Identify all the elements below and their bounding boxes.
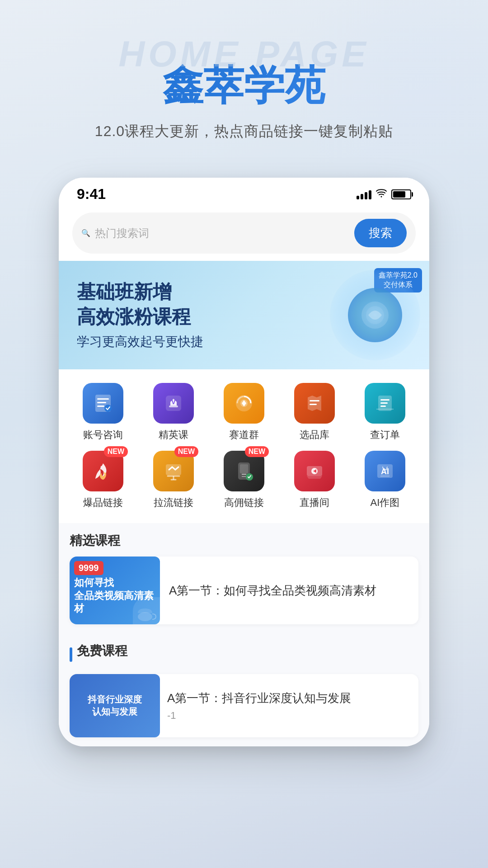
svg-rect-19 <box>166 464 181 475</box>
svg-rect-6 <box>97 406 104 407</box>
phone-mockup: 9:41 🔍 热门搜索词 <box>59 178 429 746</box>
banner-subtitle: 学习更高效起号更快捷 <box>77 333 203 350</box>
svg-text:AI: AI <box>381 467 389 476</box>
svg-rect-17 <box>380 402 388 404</box>
pull-label: 拉流链接 <box>154 496 193 509</box>
featured-section: 精选课程 9999 如何寻找全品类视频高清素材 A第一节：如何寻找全品类视频高清… <box>59 523 429 633</box>
order-label: 查订单 <box>370 428 400 442</box>
hot-label: 爆品链接 <box>83 496 123 509</box>
free-course-card[interactable]: 抖音行业深度认知与发展 A第一节：抖音行业深度认知与发展 -1 <box>70 674 418 737</box>
account-icon <box>83 383 123 424</box>
search-placeholder-text: 热门搜索词 <box>95 226 149 241</box>
header-section: HOME PAGE 鑫萃学苑 12.0课程大更新，热点商品链接一键复制粘贴 <box>0 0 488 160</box>
banner-title-1: 基础班新增 <box>77 280 203 305</box>
menu-item-high[interactable]: NEW 高佣链接 <box>209 451 279 509</box>
menu-item-pull[interactable]: NEW 拉流链接 <box>138 451 209 509</box>
course-thumbnail: 9999 如何寻找全品类视频高清素材 <box>70 557 160 624</box>
new-badge-pull: NEW <box>174 446 198 457</box>
menu-grid: 账号咨询 V 精英课 <box>68 383 420 509</box>
svg-point-0 <box>381 196 382 197</box>
menu-item-live[interactable]: 直播间 <box>279 451 350 509</box>
free-course-info: A第一节：抖音行业深度认知与发展 -1 <box>167 683 418 729</box>
title-accent <box>70 647 72 662</box>
free-section: 免费课程 抖音行业深度认知与发展 A第一节：抖音行业深度认知与发展 -1 <box>59 633 429 746</box>
svg-rect-14 <box>310 404 317 405</box>
menu-item-account[interactable]: 账号咨询 <box>68 383 138 442</box>
phone-frame: 9:41 🔍 热门搜索词 <box>59 178 429 746</box>
banner-decoration <box>330 270 420 360</box>
menu-item-select[interactable]: 选品库 <box>279 383 350 442</box>
banner-title-2: 高效涨粉课程 <box>77 305 203 330</box>
select-label: 选品库 <box>300 428 329 442</box>
status-bar: 9:41 <box>59 178 429 207</box>
free-course-num: -1 <box>167 710 411 722</box>
svg-rect-4 <box>97 398 109 400</box>
free-course-title: A第一节：抖音行业深度认知与发展 <box>167 690 411 706</box>
high-label: 高佣链接 <box>224 496 264 509</box>
battery-icon <box>391 189 411 199</box>
race-label: 赛道群 <box>229 428 259 442</box>
search-icon: 🔍 <box>81 229 90 237</box>
menu-item-hot[interactable]: NEW 爆品链接 <box>68 451 138 509</box>
free-thumb-text: 抖音行业深度认知与发展 <box>83 689 146 722</box>
status-time: 9:41 <box>77 186 106 203</box>
status-icons <box>357 189 411 200</box>
account-label: 账号咨询 <box>83 428 123 442</box>
race-icon <box>224 383 264 424</box>
svg-rect-16 <box>380 399 389 401</box>
course-title: A第一节：如何寻找全品类视频高清素材 <box>169 582 411 599</box>
course-info: A第一节：如何寻找全品类视频高清素材 <box>169 575 418 606</box>
featured-course-card[interactable]: 9999 如何寻找全品类视频高清素材 A第一节：如何寻找全品类视频高清素材 <box>70 557 418 624</box>
new-badge-high: NEW <box>245 446 269 457</box>
elite-icon: V <box>153 383 194 424</box>
free-course-thumbnail: 抖音行业深度认知与发展 <box>70 674 160 737</box>
ai-icon: AI <box>365 451 405 491</box>
free-title-bar: 免费课程 <box>70 642 418 667</box>
signal-icon <box>357 189 371 199</box>
svg-rect-18 <box>380 406 386 407</box>
menu-item-elite[interactable]: V 精英课 <box>138 383 209 442</box>
live-label: 直播间 <box>300 496 329 509</box>
course-price: 9999 <box>74 561 103 575</box>
svg-rect-21 <box>240 464 248 473</box>
svg-rect-13 <box>310 400 319 401</box>
svg-text:V: V <box>171 398 176 406</box>
search-section: 🔍 热门搜索词 搜索 <box>59 207 429 261</box>
high-icon: NEW <box>224 451 264 491</box>
search-bar[interactable]: 🔍 热门搜索词 搜索 <box>72 212 416 254</box>
featured-title: 精选课程 <box>70 532 418 549</box>
banner-text: 基础班新增 高效涨粉课程 学习更高效起号更快捷 <box>77 280 203 350</box>
ai-label: AI作图 <box>371 496 400 509</box>
order-icon <box>365 383 405 424</box>
wifi-icon <box>376 189 387 200</box>
menu-item-race[interactable]: 赛道群 <box>209 383 279 442</box>
svg-rect-9 <box>169 406 178 407</box>
menu-item-order[interactable]: 查订单 <box>350 383 420 442</box>
banner[interactable]: 基础班新增 高效涨粉课程 学习更高效起号更快捷 鑫萃学苑2.0交付体系 <box>59 261 429 369</box>
subtitle-text: 12.0课程大更新，热点商品链接一键复制粘贴 <box>27 122 461 142</box>
svg-point-7 <box>104 405 112 412</box>
new-badge-hot: NEW <box>104 446 128 457</box>
free-title: 免费课程 <box>77 642 127 660</box>
search-button[interactable]: 搜索 <box>354 219 407 247</box>
elite-label: 精英课 <box>159 428 188 442</box>
select-icon <box>294 383 335 424</box>
svg-rect-5 <box>97 402 106 403</box>
app-title: 鑫萃学苑 <box>27 63 461 108</box>
hot-icon: NEW <box>83 451 123 491</box>
live-icon <box>294 451 335 491</box>
pull-icon: NEW <box>153 451 194 491</box>
menu-item-ai[interactable]: AI AI作图 <box>350 451 420 509</box>
menu-grid-container: 账号咨询 V 精英课 <box>59 369 429 523</box>
svg-point-27 <box>138 612 152 621</box>
